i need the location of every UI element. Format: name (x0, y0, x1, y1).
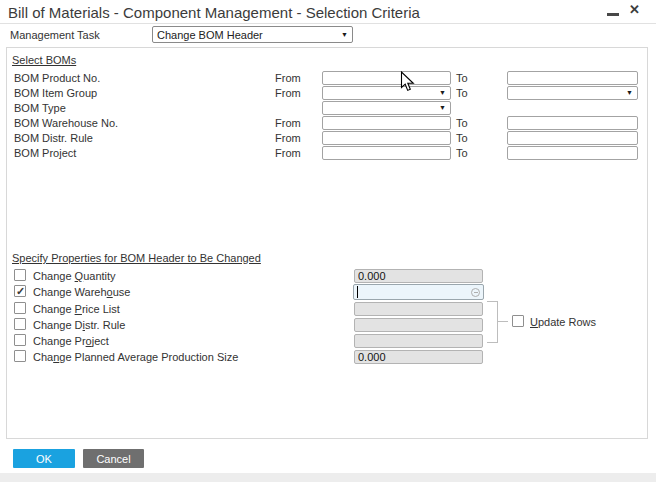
change-warehouse-input[interactable] (353, 284, 484, 300)
chevron-down-icon: ▼ (626, 89, 633, 96)
bom-item-group-from-dropdown[interactable]: ▼ (322, 86, 451, 100)
bom-warehouse-no-from-input[interactable] (322, 116, 451, 130)
bom-distr-rule-to-input[interactable] (507, 131, 638, 145)
bom-warehouse-no-to-input[interactable] (507, 116, 638, 130)
management-task-value: Change BOM Header (157, 29, 263, 41)
text-caret (357, 286, 358, 298)
bom-type-dropdown[interactable]: ▼ (322, 101, 451, 115)
ok-button[interactable]: OK (13, 449, 75, 468)
to-label: To (456, 117, 468, 129)
bom-component-management-dialog: Bill of Materials - Component Management… (0, 0, 656, 482)
bom-product-no-to-input[interactable] (507, 71, 638, 85)
change-planned-avg-production-size-input (354, 350, 483, 364)
bom-project-to-input[interactable] (507, 146, 638, 160)
bom-project-label: BOM Project (14, 147, 76, 159)
specify-properties-header: Specify Properties for BOM Header to Be … (12, 252, 261, 264)
bom-item-group-label: BOM Item Group (14, 87, 97, 99)
to-label: To (456, 147, 468, 159)
change-distr-rule-input (354, 318, 483, 332)
change-warehouse-checkbox[interactable]: ✓ (14, 285, 26, 297)
bom-product-no-label: BOM Product No. (14, 72, 100, 84)
footer-strip (0, 473, 656, 482)
change-distr-rule-label: Change Distr. Rule (33, 319, 125, 331)
change-project-label: Change Project (33, 335, 109, 347)
bom-type-label: BOM Type (14, 102, 66, 114)
bom-item-group-to-dropdown[interactable]: ▼ (507, 86, 638, 100)
close-icon[interactable]: ✕ (629, 2, 640, 17)
select-boms-header: Select BOMs (12, 54, 76, 66)
change-project-checkbox[interactable] (14, 334, 26, 346)
chevron-down-icon: ▼ (439, 89, 446, 96)
bom-project-from-input[interactable] (322, 146, 451, 160)
change-warehouse-label: Change Warehouse (33, 286, 130, 298)
bom-distr-rule-label: BOM Distr. Rule (14, 132, 93, 144)
update-rows-checkbox[interactable] (512, 315, 524, 327)
change-planned-avg-production-size-label: Change Planned Average Production Size (33, 351, 238, 363)
cancel-button[interactable]: Cancel (83, 449, 144, 468)
choose-from-list-icon[interactable] (471, 288, 480, 297)
from-label: From (275, 117, 301, 129)
checkmark-icon: ✓ (16, 285, 25, 297)
management-task-label: Management Task (10, 29, 100, 41)
update-rows-label: Update Rows (530, 316, 596, 328)
chevron-down-icon: ▼ (341, 31, 348, 38)
management-task-dropdown[interactable]: Change BOM Header ▼ (152, 26, 353, 43)
to-label: To (456, 87, 468, 99)
from-label: From (275, 132, 301, 144)
change-project-input (354, 334, 483, 348)
change-price-list-input (354, 302, 483, 316)
window-title: Bill of Materials - Component Management… (8, 4, 420, 21)
minimize-icon[interactable] (607, 13, 619, 16)
from-label: From (275, 72, 301, 84)
bom-warehouse-no-label: BOM Warehouse No. (14, 117, 118, 129)
change-quantity-input (354, 269, 483, 283)
from-label: From (275, 147, 301, 159)
change-price-list-checkbox[interactable] (14, 302, 26, 314)
bom-distr-rule-from-input[interactable] (322, 131, 451, 145)
change-planned-avg-production-size-checkbox[interactable] (14, 350, 26, 362)
from-label: From (275, 87, 301, 99)
change-price-list-label: Change Price List (33, 303, 120, 315)
update-rows-bracket (487, 342, 497, 343)
update-rows-bracket (497, 301, 498, 343)
to-label: To (456, 72, 468, 84)
change-quantity-label: Change Quantity (33, 270, 116, 282)
update-rows-bracket (487, 301, 497, 302)
change-distr-rule-checkbox[interactable] (14, 318, 26, 330)
title-separator (0, 23, 656, 24)
to-label: To (456, 132, 468, 144)
change-quantity-checkbox[interactable] (14, 269, 26, 281)
chevron-down-icon: ▼ (439, 104, 446, 111)
bom-product-no-from-input[interactable] (322, 71, 451, 85)
update-rows-bracket (498, 321, 508, 322)
